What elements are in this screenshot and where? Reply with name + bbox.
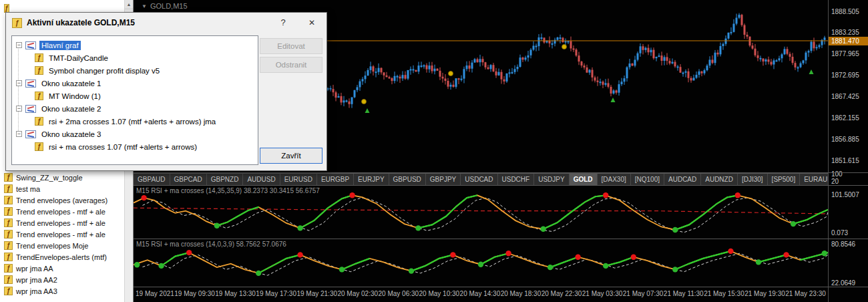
tree-item[interactable]: rsi + ma crosses 1.07 (mtf +alerts + arr… (13, 140, 256, 153)
indicator-icon (4, 241, 13, 250)
tree-item[interactable]: Symbol changer profit display v5 (13, 64, 256, 77)
symbol-tab[interactable]: AUDUSD (243, 174, 280, 185)
indicator-icon (35, 92, 43, 100)
chart-symbol-label[interactable]: ▼ GOLD,M15 (142, 2, 188, 10)
navigator-item-label: Trend envelopes - mtf + ale (16, 208, 105, 216)
navigator-item[interactable]: Trend envelopes Moje (0, 240, 124, 251)
time-label: 20 May 14:30 (460, 287, 501, 302)
navigator-item-label: Trend envelopes - mtf + ale (16, 231, 105, 239)
navigator-item[interactable]: wpr jma AA3 (0, 285, 124, 297)
symbol-tab[interactable]: USDCAD (461, 174, 497, 185)
mt-terminal: ▼ GOLD,M15 1881.470 1888.5051883.2351877… (0, 0, 868, 302)
separator[interactable] (134, 239, 868, 239)
symbol-tab[interactable]: [DAX30] (598, 174, 631, 185)
tree-item[interactable]: Okno ukazatele 2 (13, 102, 256, 115)
axis-label: 100 (831, 170, 843, 178)
axis-label: 1877.965 (831, 50, 859, 57)
tree-item[interactable]: TMT-DailyCandle (13, 51, 256, 64)
indicators-dialog: Aktivní ukazatele GOLD,M15 ? ✕ Hlavní gr… (5, 12, 327, 171)
axis-label: 101.5007 (831, 191, 859, 198)
separator[interactable] (134, 185, 868, 186)
chart-symbol-text: GOLD,M15 (150, 2, 188, 10)
navigator-item[interactable]: test ma (0, 183, 124, 194)
tree-item[interactable]: rsi + 2ma crosses 1.07 (mtf +alerts + ar… (13, 115, 256, 128)
navigator-item-label: Swing_ZZ_w_toggle (16, 174, 83, 182)
indicator-icon (4, 275, 13, 284)
symbol-tab[interactable]: AUDCAD (664, 174, 701, 185)
navigator-item-label: wpr jma AA3 (16, 287, 57, 295)
axis-label: 1872.695 (831, 71, 859, 79)
navigator-item[interactable]: wpr jma AA2 (0, 274, 124, 285)
indicator-icon (4, 173, 13, 182)
symbol-tab[interactable]: GBPNZD (207, 174, 244, 185)
axis-label: 1851.615 (831, 157, 859, 164)
tree-item[interactable]: Hlavní graf (13, 39, 256, 51)
symbol-tab[interactable]: AUDNZD (701, 174, 738, 185)
collapse-toggle[interactable] (16, 80, 22, 86)
symbol-tab[interactable]: GBPJPY (426, 174, 461, 185)
symbol-tab[interactable]: USDCHF (498, 174, 535, 185)
symbol-tab[interactable]: EURAUD (800, 174, 828, 185)
symbol-tab[interactable]: GBPUSD (389, 174, 426, 185)
navigator-item[interactable]: Trend envelopes - mtf + ale (0, 229, 124, 240)
axis-label: 0.073 (831, 229, 848, 237)
indicator-icon (4, 184, 13, 193)
indicator-icon (35, 66, 43, 75)
navigator-item[interactable]: TrendEnvelopes-alerts (mtf) (0, 251, 124, 263)
navigator-item[interactable]: Swing_ZZ_w_toggle (0, 172, 124, 183)
navigator-item[interactable]: Trend envelopes - mtf + ale (0, 217, 124, 229)
navigator-item-label: Trend envelopes Moje (16, 242, 88, 250)
symbol-tab[interactable]: [SP500] (768, 174, 801, 185)
symbol-tab[interactable]: EURGBP (317, 174, 354, 185)
dialog-title: Aktivní ukazatele GOLD,M15 (27, 18, 270, 27)
symbol-tab[interactable]: EURJPY (354, 174, 389, 185)
navigator-item[interactable]: Trend envelopes - mtf + ale (0, 206, 124, 217)
chart-window-icon (25, 80, 36, 88)
edit-button[interactable]: Editovat (260, 38, 322, 54)
collapse-toggle[interactable] (16, 106, 22, 112)
indicator-icon (4, 196, 13, 204)
axis-label: 1856.885 (831, 136, 859, 143)
navigator-item-label: test ma (16, 185, 40, 193)
dialog-title-bar[interactable]: Aktivní ukazatele GOLD,M15 ? ✕ (6, 13, 327, 33)
tree-item[interactable]: Okno ukazatele 1 (13, 77, 256, 90)
indicator-tree: Hlavní grafTMT-DailyCandleSymbol changer… (11, 35, 258, 165)
collapse-toggle[interactable] (16, 42, 22, 48)
scroll-up-arrow[interactable]: ▲ (125, 0, 133, 9)
axis-label: 22.0649 (831, 279, 855, 287)
time-label: 19 May 13:30 (215, 287, 256, 302)
separator (134, 172, 868, 173)
tree-item-label: Hlavní graf (39, 41, 81, 50)
tree-item[interactable]: Okno ukazatele 3 (13, 128, 256, 140)
indicator-window-1[interactable]: M15 RSI + ma crosses (14,35,35,9) 38.237… (134, 186, 828, 239)
navigator-item[interactable]: wpr jma AA (0, 263, 124, 274)
symbol-tab[interactable]: [NQ100] (631, 174, 664, 185)
time-axis: 19 May 202119 May 09:3019 May 13:3019 Ma… (134, 287, 828, 302)
time-label: 19 May 2021 (136, 287, 174, 302)
symbol-tab[interactable]: [DJI30] (738, 174, 768, 185)
chevron-down-icon: ▼ (142, 3, 147, 9)
indicator-icon (4, 207, 13, 216)
remove-button[interactable]: Odstranit (260, 57, 322, 73)
symbol-tab[interactable]: GOLD (570, 174, 598, 185)
indicator-icon (35, 53, 43, 62)
separator[interactable] (134, 287, 868, 287)
time-label: 19 May 09:30 (174, 287, 215, 302)
indicator-window-2[interactable]: M15 RSI + ma crosses (14,0,3,9) 58.7562 … (134, 239, 828, 287)
tree-item[interactable]: MT Window (1) (13, 90, 256, 102)
symbol-tab[interactable]: USDJPY (534, 174, 569, 185)
close-button[interactable]: Zavřít (260, 148, 322, 164)
navigator-item[interactable]: Trend envelopes (averages) (0, 194, 124, 206)
tree-item-label: MT Window (1) (47, 92, 103, 101)
close-icon[interactable]: ✕ (303, 15, 320, 30)
navigator-item-label: wpr jma AA2 (16, 276, 57, 284)
time-label: 21 May 03:30 (582, 287, 623, 302)
collapse-toggle[interactable] (16, 131, 22, 137)
axis-label: 1862.155 (831, 114, 859, 122)
symbol-tab[interactable]: EURUSD (280, 174, 317, 185)
tree-item-label: rsi + ma crosses 1.07 (mtf +alerts + arr… (47, 142, 199, 152)
help-button[interactable]: ? (274, 15, 292, 30)
symbol-tab[interactable]: GBPCAD (170, 174, 207, 185)
symbol-tab[interactable]: GBPAUD (134, 174, 170, 185)
time-label: 21 May 15:30 (704, 287, 744, 302)
